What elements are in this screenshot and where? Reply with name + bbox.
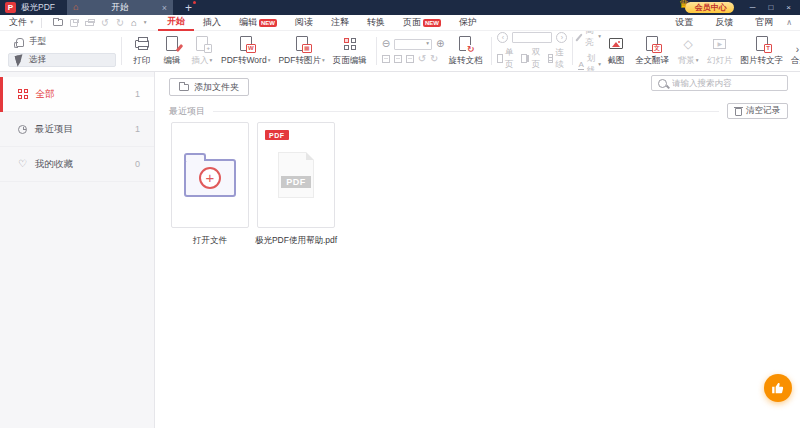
tab-label: 页面 [403, 16, 421, 29]
background-button[interactable]: ◇ 背景▾ [673, 36, 703, 67]
toolbar-separator [491, 37, 492, 65]
double-page-icon [521, 54, 526, 63]
tab-start[interactable]: 开始 [158, 15, 194, 31]
background-icon: ◇ [683, 38, 692, 50]
insert-button[interactable]: + 插入▾ [187, 36, 217, 67]
cursor-icon [15, 54, 26, 67]
sidebar-item-recent[interactable]: 最近项目 1 [0, 112, 154, 147]
page-edit-label: 页面编辑 [333, 55, 367, 67]
undo-button[interactable]: ↺ [101, 18, 109, 28]
save-button[interactable] [70, 19, 78, 27]
printer-icon [85, 21, 94, 26]
search-box[interactable] [651, 75, 788, 91]
clear-records-button[interactable]: 清空记录 [727, 103, 788, 119]
zoom-in-icon[interactable]: ⊕ [436, 39, 444, 49]
redo-button[interactable]: ↻ [116, 18, 124, 28]
edit-button[interactable]: 编辑 [157, 36, 187, 67]
sidebar-item-favorites[interactable]: ♡ 我的收藏 0 [0, 147, 154, 182]
redo-icon: ↻ [116, 18, 124, 28]
edit-doc-icon [166, 36, 178, 51]
tab-insert[interactable]: 插入 [194, 15, 230, 31]
previous-page-icon[interactable]: ‹ [497, 32, 508, 43]
member-center-button[interactable]: ♛ 会员中心 [685, 2, 734, 13]
zoom-out-icon[interactable]: ⊖ [382, 39, 390, 49]
image-to-text-button[interactable]: T 图片转文字 [737, 36, 788, 67]
tab-page[interactable]: 页面NEW [394, 15, 450, 31]
image-to-text-icon: T [756, 36, 768, 51]
translate-button[interactable]: 文 全文翻译 [631, 36, 673, 67]
tab-edit[interactable]: 编辑NEW [230, 15, 286, 31]
feedback-link[interactable]: 反馈 [704, 16, 744, 29]
chevron-down-icon: ▼ [29, 20, 34, 26]
file-menu-button[interactable]: 文件 ▼ [9, 16, 34, 29]
pdf-to-image-button[interactable]: ▦ PDF转图片▾ [274, 36, 328, 67]
tab-convert[interactable]: 转换 [358, 15, 394, 31]
sidebar-item-label: 最近项目 [35, 123, 73, 136]
document-tab[interactable]: ⌂ 开始 × [67, 0, 173, 15]
rotate-right-icon[interactable]: ↻ [430, 54, 438, 64]
rotate-left-icon[interactable]: ↺ [418, 54, 426, 64]
sidebar-item-count: 1 [135, 124, 140, 134]
fit-page-icon[interactable] [382, 55, 390, 63]
next-page-icon[interactable]: › [556, 32, 567, 43]
page-number-input[interactable] [512, 32, 552, 43]
pdf-to-word-button[interactable]: W PDF转Word▾ [217, 36, 274, 67]
section-title: 最近项目 [169, 105, 205, 118]
tab-protect[interactable]: 保护 [450, 15, 486, 31]
settings-link[interactable]: 设置 [664, 16, 704, 29]
translate-icon: 文 [646, 36, 658, 51]
undo-icon: ↺ [101, 18, 109, 28]
feedback-thumbs-up-button[interactable] [764, 374, 792, 402]
new-badge: NEW [423, 19, 441, 27]
content-area: 全部 1 最近项目 1 ♡ 我的收藏 0 添加文件夹 最近项目 [0, 72, 800, 428]
slideshow-button[interactable]: ▶ 幻灯片 [703, 36, 737, 67]
toolbar-overflow-icon[interactable]: › [796, 44, 799, 55]
select-tool-label: 选择 [29, 54, 46, 66]
underline-button[interactable]: A 划线 ▾ [578, 53, 601, 72]
print-button[interactable]: 打印 [127, 36, 157, 67]
tab-read[interactable]: 阅读 [286, 15, 322, 31]
pdf-to-image-icon: ▦ [296, 36, 308, 51]
tab-annotate[interactable]: 注释 [322, 15, 358, 31]
sidebar-item-count: 1 [135, 89, 140, 99]
quick-print-button[interactable] [85, 20, 94, 26]
maximize-button[interactable]: □ [768, 3, 773, 12]
tab-label: 编辑 [239, 16, 257, 29]
website-link[interactable]: 官网 [744, 16, 784, 29]
double-page-mode-button[interactable]: 双页 [521, 47, 543, 71]
highlight-button[interactable]: 高亮 ▾ [578, 31, 601, 49]
fit-height-icon[interactable] [406, 55, 414, 63]
open-file-card[interactable]: + [171, 122, 249, 228]
app-name: 极光PDF [21, 2, 55, 14]
fit-width-icon[interactable] [394, 55, 402, 63]
recent-file-card[interactable]: PDF PDF [257, 122, 335, 228]
app-logo: P [5, 2, 16, 13]
pdf-badge: PDF [265, 130, 289, 140]
screenshot-button[interactable]: 截图 [601, 36, 631, 67]
continuous-mode-button[interactable]: 连续 [548, 47, 568, 71]
save-icon [70, 19, 78, 27]
quick-access-dropdown[interactable]: ▾ [144, 20, 147, 26]
chevron-down-icon: ▾ [696, 58, 699, 64]
single-page-mode-button[interactable]: 单页 [497, 47, 517, 71]
highlight-pen-icon [576, 33, 583, 41]
page-edit-button[interactable]: 页面编辑 [329, 36, 371, 67]
close-button[interactable]: × [786, 3, 791, 12]
home-button[interactable]: ⌂ [131, 18, 137, 28]
hand-tool-button[interactable]: 手型 [8, 35, 116, 49]
open-file-button[interactable] [53, 19, 63, 26]
add-folder-button[interactable]: 添加文件夹 [169, 78, 249, 96]
screenshot-icon [609, 38, 623, 49]
tab-close-icon[interactable]: × [162, 3, 167, 13]
new-tab-button[interactable]: + [185, 2, 192, 14]
search-input[interactable] [672, 78, 781, 88]
pdf-to-word-icon: W [240, 36, 252, 51]
select-tool-button[interactable]: 选择 [8, 53, 116, 67]
minimize-button[interactable]: ─ [750, 3, 756, 12]
thumbs-up-icon [771, 381, 785, 395]
sidebar-item-all[interactable]: 全部 1 [0, 77, 154, 112]
collapse-ribbon-icon[interactable]: ∧ [786, 18, 792, 27]
highlight-label: 高亮 [585, 31, 595, 49]
zoom-level-dropdown[interactable]: ▾ [394, 39, 432, 50]
rotate-document-button[interactable]: ↻ 旋转文档 [444, 36, 486, 67]
